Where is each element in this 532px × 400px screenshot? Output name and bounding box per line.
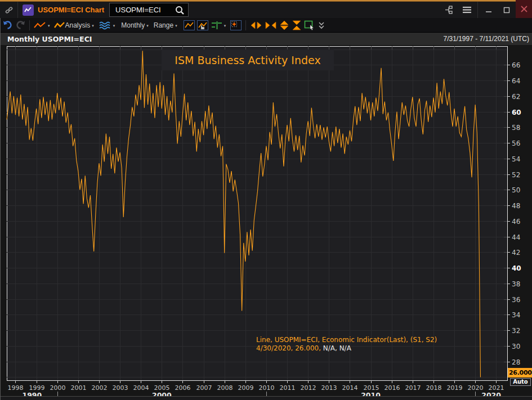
x-axis-label: 2017 <box>405 384 421 392</box>
menu-button[interactable] <box>458 2 476 18</box>
chart-date-range: 7/31/1997 - 7/11/2021 (UTC) <box>443 35 529 43</box>
last-value-badge: 26.000 <box>508 368 532 377</box>
dropdown-arrow-icon[interactable]: ▾ <box>224 24 226 28</box>
smoothing-button[interactable]: ▾ <box>99 21 117 30</box>
interval-dropdown[interactable]: Monthly ▾ <box>121 21 150 29</box>
compress-vertical-icon <box>292 20 302 30</box>
y-axis-label: 44 <box>512 233 520 241</box>
axis-auto-button[interactable]: Auto <box>510 378 531 386</box>
close-button[interactable] <box>516 0 532 18</box>
y-axis-label: 66 <box>512 61 520 69</box>
window-title: USOPMI=ECI Chart <box>38 6 104 14</box>
redo-button[interactable] <box>15 20 25 30</box>
add-chart-icon <box>230 20 242 30</box>
x-axis-label: 2009 <box>238 384 254 392</box>
line-style-button[interactable]: ▾ <box>34 21 52 29</box>
interval-label[interactable]: Monthly <box>121 21 145 29</box>
legend-last-value: 4/30/2020, 26.000, <box>256 344 321 352</box>
x-axis-label: 2014 <box>342 384 358 392</box>
chart-header: Monthly USOPMI=ECI 7/31/1997 - 7/11/2021… <box>0 33 532 45</box>
chart-pan-button[interactable] <box>197 20 208 30</box>
x-axis-label: 2013 <box>321 384 337 392</box>
minimize-button[interactable] <box>480 2 498 18</box>
y-axis-label: 58 <box>512 124 520 132</box>
y-axis-label: 28 <box>512 358 520 366</box>
window-bottom-edge <box>0 396 532 400</box>
search-icon[interactable] <box>175 5 185 15</box>
range-dropdown[interactable]: Range ▾ <box>154 21 179 29</box>
redo-icon <box>15 20 25 30</box>
add-level-button[interactable]: ▾ <box>211 21 228 30</box>
chart-title: ISM Business Activity Index <box>175 54 320 66</box>
waves-icon <box>99 21 111 30</box>
y-axis-label: 50 <box>512 186 520 194</box>
y-axis-label: 54 <box>512 155 520 163</box>
hand-chart-icon <box>197 20 208 30</box>
zoom-select-icon <box>304 20 315 30</box>
chart-legend[interactable]: Line, USOPMI=ECI, Economic Indicator(Las… <box>256 336 437 353</box>
x-axis-label: 2007 <box>196 384 212 392</box>
x-axis-label: 2011 <box>280 384 296 392</box>
y-axis-label: 62 <box>512 93 520 101</box>
close-icon <box>521 6 527 12</box>
toolbar-separator <box>29 20 30 30</box>
dock-button[interactable] <box>440 2 458 18</box>
link-icon <box>5 6 14 15</box>
y-axis-label: 38 <box>512 280 520 288</box>
hamburger-menu-icon <box>462 6 472 14</box>
x-axis-label: 2002 <box>92 384 108 392</box>
x-axis-label: 2012 <box>301 384 316 392</box>
y-axis-label: 42 <box>512 249 520 257</box>
y-axis-label: 56 <box>512 140 520 147</box>
line-chart-icon <box>34 21 46 29</box>
collapse-horizontal-icon <box>265 21 277 30</box>
add-chart-button[interactable] <box>230 20 242 30</box>
x-axis-label: 1998 <box>8 384 24 392</box>
symbol-search-value[interactable]: USOPMI=ECI <box>115 6 175 14</box>
y-axis-label: 32 <box>512 327 520 335</box>
y-axis-label: 52 <box>512 171 520 179</box>
chart-series-label: Monthly USOPMI=ECI <box>7 35 92 43</box>
link-button[interactable] <box>0 2 18 18</box>
expand-vertical-button[interactable] <box>279 20 289 30</box>
add-level-icon <box>211 21 222 30</box>
toolbar: ▾ Analysis ▾ ▾ Monthly ▾ Range ▾ <box>0 18 532 33</box>
y-axis-label: 36 <box>512 296 520 304</box>
y-axis-label: 60 <box>512 109 521 116</box>
analysis-label[interactable]: Analysis <box>65 21 91 29</box>
titlebar-separator <box>477 2 478 18</box>
x-axis-label: 2008 <box>217 384 233 392</box>
x-axis-label: 2019 <box>447 384 463 392</box>
expand-vertical-icon <box>279 20 289 30</box>
dropdown-arrow-icon[interactable]: ▾ <box>48 24 50 28</box>
dropdown-arrow-icon[interactable]: ▾ <box>175 24 177 28</box>
compress-vertical-button[interactable] <box>292 20 302 30</box>
symbol-search-box[interactable]: USOPMI=ECI <box>109 3 189 17</box>
chart-view-button[interactable] <box>184 20 195 30</box>
analysis-icon <box>54 21 65 29</box>
dropdown-arrow-icon[interactable]: ▾ <box>113 24 115 28</box>
y-axis-label: 48 <box>512 202 520 210</box>
dock-icon <box>444 6 454 14</box>
zoom-select-button[interactable] <box>304 20 315 30</box>
dropdown-arrow-icon[interactable]: ▾ <box>92 24 94 28</box>
maximize-button[interactable] <box>498 2 516 18</box>
collapse-horizontal-button[interactable] <box>265 21 277 30</box>
legend-na-values: N/A, N/A <box>321 344 351 352</box>
double-chevron-down-icon <box>318 21 325 29</box>
undo-button[interactable] <box>3 20 13 30</box>
window-left-edge <box>0 18 1 400</box>
analysis-button[interactable]: Analysis ▾ <box>54 21 96 29</box>
expand-horizontal-button[interactable] <box>250 21 262 30</box>
legend-line-1: Line, USOPMI=ECI, Economic Indicator(Las… <box>256 336 437 344</box>
dropdown-arrow-icon[interactable]: ▾ <box>146 24 149 28</box>
y-axis-label: 30 <box>512 343 520 350</box>
minimize-icon <box>485 7 492 14</box>
range-label[interactable]: Range <box>154 21 173 29</box>
more-tools-button[interactable] <box>318 21 325 29</box>
y-axis-label: 34 <box>512 311 520 319</box>
x-axis-label: 2003 <box>113 384 128 392</box>
maximize-icon <box>503 7 510 14</box>
y-axis-label: 40 <box>512 264 521 272</box>
x-axis-label: 2000 <box>50 384 66 392</box>
